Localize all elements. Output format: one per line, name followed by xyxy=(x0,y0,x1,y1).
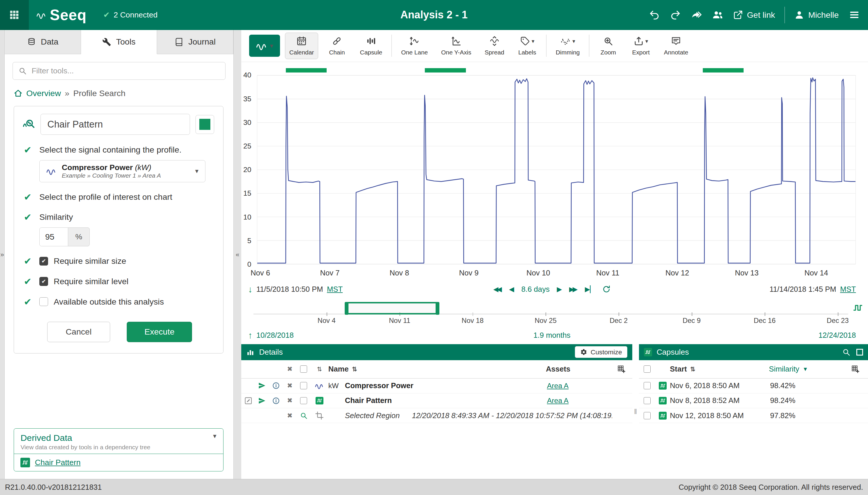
user-menu[interactable]: Michelle xyxy=(792,8,841,22)
chain-mode-button[interactable]: Chain xyxy=(323,33,351,59)
investigate-end[interactable]: 12/24/2018 xyxy=(818,331,856,340)
capsule-row[interactable]: Nov 12, 2018 8:50 AM 97.82% xyxy=(639,408,868,423)
derived-data-toggle[interactable]: Derived Data View data created by tools … xyxy=(14,429,223,454)
derived-item-link[interactable]: Chair Pattern xyxy=(35,458,81,467)
zoom-to-capsule-icon[interactable] xyxy=(842,348,851,356)
seeq-logo[interactable]: Seeq xyxy=(36,6,86,23)
row-checkbox[interactable] xyxy=(300,397,307,405)
add-column-icon[interactable] xyxy=(617,365,625,373)
add-column-icon[interactable] xyxy=(851,365,859,373)
chart-plot[interactable] xyxy=(257,75,856,264)
labels-button[interactable]: ▾Labels xyxy=(513,33,541,59)
capsule-row[interactable]: Nov 6, 2018 8:50 AM 98.42% xyxy=(639,378,868,393)
display-duration[interactable]: 8.6 days xyxy=(521,285,550,293)
export-button[interactable]: ▾Export xyxy=(627,33,655,59)
remove-icon[interactable]: ✖ xyxy=(283,397,297,405)
color-swatch-button[interactable] xyxy=(196,115,215,134)
row-checkbox[interactable] xyxy=(300,382,307,389)
collapse-panel-icon[interactable] xyxy=(856,349,863,356)
filter-tools-input[interactable] xyxy=(32,66,220,75)
step-forward-full-button[interactable]: ▶▶ xyxy=(569,286,578,293)
capsule-icon xyxy=(20,458,30,467)
range-start-arrow-icon[interactable]: ↓ xyxy=(248,285,252,293)
step-to-end-button[interactable]: ▶▏ xyxy=(585,286,595,293)
goto-signal-icon[interactable] xyxy=(258,382,266,390)
refresh-icon[interactable] xyxy=(602,285,611,293)
step-back-full-button[interactable]: ◀◀ xyxy=(493,286,502,293)
get-link-button[interactable]: Get link xyxy=(730,8,778,22)
tab-data[interactable]: Data xyxy=(5,30,81,54)
timezone-link[interactable]: MST xyxy=(840,285,856,293)
edit-icon[interactable] xyxy=(244,397,253,405)
capsule-checkbox[interactable] xyxy=(644,397,651,405)
one-lane-button[interactable]: One Lane xyxy=(397,33,432,59)
hamburger-icon xyxy=(849,9,860,20)
breadcrumb-overview[interactable]: Overview xyxy=(26,88,61,98)
connection-status[interactable]: ✔ 2 Connected xyxy=(103,10,157,19)
zoom-button[interactable]: Zoom xyxy=(595,33,622,59)
info-icon[interactable] xyxy=(272,382,280,390)
capsule-mode-button[interactable]: Capsule xyxy=(356,33,386,59)
dimming-button[interactable]: ▾Dimming xyxy=(552,33,584,59)
share-button[interactable] xyxy=(688,7,705,23)
timeline-brush[interactable] xyxy=(347,302,437,314)
select-all-checkbox[interactable] xyxy=(300,365,307,373)
investigate-start-arrow-icon[interactable]: ↑ xyxy=(248,331,252,340)
undo-button[interactable] xyxy=(646,7,663,23)
capsule-checkbox[interactable] xyxy=(644,382,651,389)
tab-journal[interactable]: Journal xyxy=(157,30,233,54)
expand-data-panel-handle[interactable]: » xyxy=(0,30,4,479)
remove-all-icon[interactable]: ✖ xyxy=(283,365,297,373)
signal-select[interactable]: Compressor Power (kW) Example » Cooling … xyxy=(39,160,205,182)
capsule-time-toggle-icon[interactable] xyxy=(853,303,863,312)
users-button[interactable] xyxy=(709,7,726,23)
apps-menu-button[interactable] xyxy=(0,0,29,30)
remove-icon[interactable]: ✖ xyxy=(283,382,297,390)
panel-resize-handle[interactable]: ‖ xyxy=(632,344,639,479)
investigate-duration[interactable]: 1.9 months xyxy=(534,331,570,340)
item-name[interactable]: Chair Pattern xyxy=(345,396,392,405)
chart-type-button[interactable]: ▾ xyxy=(249,35,280,57)
capsule-row[interactable]: Nov 8, 2018 8:52 AM 98.24% xyxy=(639,393,868,408)
timeline-track[interactable]: Nov 4Nov 11Nov 18Nov 25Dec 2Dec 9Dec 16D… xyxy=(253,302,848,314)
step-forward-button[interactable]: ▶ xyxy=(557,286,562,293)
execute-button[interactable]: Execute xyxy=(127,322,192,342)
timezone-link[interactable]: MST xyxy=(327,285,343,293)
calendar-mode-button[interactable]: Calendar xyxy=(285,33,318,59)
select-all-capsules-checkbox[interactable] xyxy=(644,365,651,373)
toolbar-separator xyxy=(589,35,589,57)
tab-tools[interactable]: Tools xyxy=(81,30,157,54)
one-y-axis-button[interactable]: One Y-Axis xyxy=(437,33,475,59)
hamburger-menu-button[interactable] xyxy=(846,7,863,23)
info-icon[interactable] xyxy=(272,397,280,405)
collapse-tools-panel-handle[interactable]: « xyxy=(234,30,241,479)
crop-icon[interactable] xyxy=(315,411,324,420)
step-back-button[interactable]: ◀ xyxy=(509,286,514,293)
spread-button[interactable]: Spread xyxy=(481,33,508,59)
remove-region-icon[interactable]: ✖ xyxy=(283,412,297,420)
tool-name-input[interactable] xyxy=(40,114,190,135)
customize-button[interactable]: Customize xyxy=(575,346,627,358)
require-similar-size-checkbox[interactable]: ✔ Require similar size xyxy=(39,256,214,266)
zoom-to-region-icon[interactable] xyxy=(300,412,308,420)
similarity-column-header[interactable]: Similarity▼ xyxy=(769,365,844,373)
sort-type-icon[interactable]: ⇅ xyxy=(311,366,328,373)
investigate-start[interactable]: 10/28/2018 xyxy=(256,331,294,340)
asset-link[interactable]: Area A xyxy=(547,397,568,405)
require-similar-level-checkbox[interactable]: ✔ Require similar level xyxy=(39,277,214,286)
annotate-button[interactable]: Annotate xyxy=(660,33,692,59)
redo-button[interactable] xyxy=(667,7,684,23)
item-name[interactable]: Compressor Power xyxy=(345,381,414,390)
start-column-header[interactable]: Start⇅ xyxy=(670,365,769,373)
asset-link[interactable]: Area A xyxy=(547,382,568,390)
details-panel: Details Customize ✖ ⇅ Name⇅ Assets xyxy=(241,344,632,479)
display-start[interactable]: 11/5/2018 10:50 PM xyxy=(256,285,323,293)
cancel-button[interactable]: Cancel xyxy=(47,322,111,342)
details-icon xyxy=(246,348,255,356)
available-outside-checkbox[interactable]: Available outside this analysis xyxy=(39,297,214,307)
name-column-header[interactable]: Name⇅ xyxy=(328,365,546,373)
capsule-checkbox[interactable] xyxy=(644,412,651,419)
goto-condition-icon[interactable] xyxy=(258,397,266,405)
similarity-input[interactable] xyxy=(39,227,68,246)
display-end[interactable]: 11/14/2018 1:45 PM xyxy=(769,285,836,293)
